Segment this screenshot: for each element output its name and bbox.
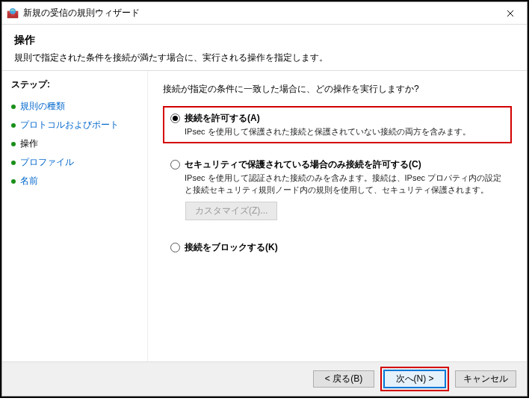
step-label: プロトコルおよびポート <box>20 119 119 131</box>
step-label: 名前 <box>20 175 38 187</box>
radio-block[interactable] <box>170 243 180 252</box>
sidebar-step-4[interactable]: 名前 <box>11 172 138 190</box>
customize-button: カスタマイズ(Z)... <box>185 202 277 220</box>
page-title: 操作 <box>14 34 515 47</box>
content-area: 接続が指定の条件に一致した場合に、どの操作を実行しますか? 接続を許可する(A)… <box>148 71 527 361</box>
next-button-highlight: 次へ(N) > <box>380 367 449 391</box>
bullet-icon <box>11 105 16 109</box>
wizard-window: 新規の受信の規則ウィザード 操作 規則で指定された条件を接続が満たす場合に、実行… <box>1 1 528 397</box>
window-title: 新規の受信の規則ウィザード <box>23 7 493 19</box>
steps-heading: ステップ: <box>11 78 138 91</box>
bullet-icon <box>11 142 16 146</box>
header: 操作 規則で指定された条件を接続が満たす場合に、実行される操作を指定します。 <box>2 25 527 71</box>
sidebar: ステップ: 規則の種類プロトコルおよびポート操作プロファイル名前 <box>2 71 148 361</box>
next-button[interactable]: 次へ(N) > <box>384 370 445 388</box>
sidebar-step-2[interactable]: 操作 <box>11 134 138 153</box>
option-desc: IPsec を使用して認証された接続のみを含みます。接続は、IPsec プロパテ… <box>185 172 504 196</box>
option-label: 接続をブロックする(K) <box>185 241 278 254</box>
svg-rect-6 <box>15 13 18 16</box>
sidebar-step-1[interactable]: プロトコルおよびポート <box>11 116 138 134</box>
radio-allow-secure[interactable] <box>170 160 180 170</box>
titlebar: 新規の受信の規則ウィザード <box>2 2 527 25</box>
option-label: セキュリティで保護されている場合のみ接続を許可する(C) <box>185 158 504 171</box>
prompt-text: 接続が指定の条件に一致した場合に、どの操作を実行しますか? <box>163 83 512 96</box>
step-label: 操作 <box>20 137 38 150</box>
step-label: 規則の種類 <box>20 100 65 113</box>
svg-rect-4 <box>7 13 11 16</box>
footer: < 戻る(B) 次へ(N) > キャンセル <box>2 361 527 396</box>
option-block: 接続をブロックする(K) <box>163 235 512 260</box>
step-label: プロファイル <box>20 156 74 169</box>
sidebar-step-0[interactable]: 規則の種類 <box>11 97 138 116</box>
cancel-button[interactable]: キャンセル <box>455 370 516 388</box>
back-button[interactable]: < 戻る(B) <box>313 370 374 388</box>
option-desc: IPsec を使用して保護された接続と保護されていない接続の両方を含みます。 <box>185 126 471 137</box>
firewall-icon <box>7 7 19 19</box>
sidebar-step-3[interactable]: プロファイル <box>11 153 138 172</box>
radio-allow[interactable] <box>170 114 180 123</box>
bullet-icon <box>11 179 16 184</box>
bullet-icon <box>11 123 16 128</box>
option-label: 接続を許可する(A) <box>185 112 471 125</box>
close-button[interactable] <box>493 2 527 24</box>
option-allow-secure: セキュリティで保護されている場合のみ接続を許可する(C)IPsec を使用して認… <box>163 152 512 226</box>
option-allow: 接続を許可する(A)IPsec を使用して保護された接続と保護されていない接続の… <box>163 106 512 143</box>
bullet-icon <box>11 161 16 165</box>
page-subtitle: 規則で指定された条件を接続が満たす場合に、実行される操作を指定します。 <box>14 52 515 64</box>
